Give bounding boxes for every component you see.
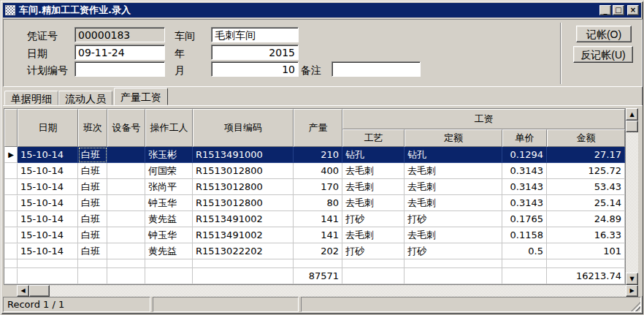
table-row[interactable]: 15-10-14白班张尚平R1513012800170去毛刺去毛刺0.31435…: [4, 179, 625, 195]
table-cell[interactable]: 去毛刺: [342, 227, 405, 243]
table-cell[interactable]: 141: [294, 211, 342, 227]
table-cell[interactable]: [107, 195, 145, 211]
table-cell[interactable]: R1513022202: [193, 243, 294, 259]
vertical-scrollbar[interactable]: ▲ ▼: [626, 108, 638, 285]
scroll-right-icon[interactable]: ▶: [626, 285, 638, 297]
maximize-button[interactable]: □: [613, 5, 624, 15]
month-input[interactable]: 10: [211, 61, 299, 77]
voucher-input[interactable]: 00000183: [74, 27, 165, 42]
table-cell[interactable]: 15-10-14: [18, 163, 78, 179]
table-cell[interactable]: 白班: [78, 243, 107, 259]
table-row[interactable]: 15-10-14白班黄先益R1513491002141打砂打砂0.176524.…: [4, 211, 625, 227]
table-row[interactable]: ▶15-10-14白班张玉彬R1513491000210钻孔钻孔0.129427…: [4, 147, 625, 163]
table-cell[interactable]: 钟玉华: [145, 195, 193, 211]
workshop-input[interactable]: 毛刺车间: [211, 27, 299, 42]
col-header-project-code[interactable]: 项目编码: [193, 109, 294, 147]
table-cell[interactable]: 钟玉华: [145, 227, 193, 243]
table-cell[interactable]: 53.43: [547, 179, 625, 195]
vertical-scroll-track[interactable]: [626, 132, 638, 273]
table-cell[interactable]: 16.33: [547, 227, 625, 243]
table-cell[interactable]: R1513491002: [193, 227, 294, 243]
table-cell[interactable]: 去毛刺: [342, 179, 405, 195]
tab-output-wage[interactable]: 产量工资: [114, 88, 168, 105]
row-indicator[interactable]: [4, 179, 18, 195]
col-header-date[interactable]: 日期: [18, 109, 78, 147]
table-cell[interactable]: [107, 211, 145, 227]
table-cell[interactable]: 125.72: [547, 163, 625, 179]
table-cell[interactable]: 钻孔: [342, 147, 405, 163]
table-row[interactable]: 15-10-14白班黄先益R1513022202202打砂打砂0.5101: [4, 243, 625, 259]
scroll-left-icon[interactable]: ◀: [17, 285, 29, 297]
table-row[interactable]: 15-10-14白班钟玉华R1513491002141去毛刺去毛刺0.11581…: [4, 227, 625, 243]
scroll-down-icon[interactable]: ▼: [626, 273, 638, 285]
table-cell[interactable]: 去毛刺: [405, 163, 502, 179]
table-cell[interactable]: 何国荣: [145, 163, 193, 179]
table-cell[interactable]: 钻孔: [405, 147, 502, 163]
empty-row[interactable]: [4, 259, 625, 268]
table-cell[interactable]: [405, 259, 502, 268]
col-header-operator[interactable]: 操作工人: [145, 109, 193, 147]
table-cell[interactable]: 白班: [78, 147, 107, 163]
table-row[interactable]: 15-10-14白班钟玉华R151301280080去毛刺去毛刺0.314325…: [4, 195, 625, 211]
title-bar[interactable]: 车间.精加工工资作业.录入 _ □ ×: [3, 3, 641, 18]
minimize-button[interactable]: _: [599, 5, 611, 15]
table-cell[interactable]: 0.3143: [502, 195, 547, 211]
table-cell[interactable]: [107, 227, 145, 243]
table-cell[interactable]: 张尚平: [145, 179, 193, 195]
close-button[interactable]: ×: [627, 5, 639, 15]
table-cell[interactable]: 15-10-14: [18, 211, 78, 227]
table-cell[interactable]: 黄先益: [145, 211, 193, 227]
table-cell[interactable]: 打砂: [342, 211, 405, 227]
current-row-pointer-icon[interactable]: ▶: [4, 147, 18, 163]
table-cell[interactable]: 15-10-14: [18, 227, 78, 243]
table-cell[interactable]: 0.5: [502, 243, 547, 259]
post-button[interactable]: 记帐(O): [576, 26, 632, 42]
table-cell[interactable]: 80: [294, 195, 342, 211]
table-cell[interactable]: 400: [294, 163, 342, 179]
table-cell[interactable]: [78, 259, 107, 268]
horizontal-scroll-track[interactable]: [50, 285, 626, 297]
col-header-quota[interactable]: 定额: [405, 129, 502, 147]
row-indicator[interactable]: [4, 243, 18, 259]
table-cell[interactable]: [502, 259, 547, 268]
col-header-equipment[interactable]: 设备号: [107, 109, 145, 147]
table-cell[interactable]: 0.1158: [502, 227, 547, 243]
tab-mobile-staff[interactable]: 流动人员: [58, 91, 112, 105]
table-cell[interactable]: 白班: [78, 195, 107, 211]
col-header-amount[interactable]: 金额: [547, 129, 625, 147]
row-indicator[interactable]: [4, 227, 18, 243]
table-cell[interactable]: [294, 259, 342, 268]
table-cell[interactable]: [107, 179, 145, 195]
year-input[interactable]: 2015: [211, 45, 299, 60]
table-cell[interactable]: [107, 163, 145, 179]
table-cell[interactable]: R1513012800: [193, 195, 294, 211]
col-header-shift[interactable]: 班次: [78, 109, 107, 147]
table-cell[interactable]: 去毛刺: [342, 195, 405, 211]
table-cell[interactable]: [18, 259, 78, 268]
table-cell[interactable]: 打砂: [405, 211, 502, 227]
table-cell[interactable]: 101: [547, 243, 625, 259]
table-cell[interactable]: 15-10-14: [18, 147, 78, 163]
date-input[interactable]: 09-11-24: [74, 45, 165, 60]
col-header-wage-group[interactable]: 工资: [342, 109, 625, 129]
table-cell[interactable]: R1513012800: [193, 163, 294, 179]
table-cell[interactable]: [107, 259, 145, 268]
col-header-process[interactable]: 工艺: [342, 129, 405, 147]
table-cell[interactable]: 0.3143: [502, 163, 547, 179]
tab-bill-detail[interactable]: 单据明细: [4, 91, 58, 105]
vertical-scroll-thumb[interactable]: [626, 121, 638, 132]
table-cell[interactable]: [547, 259, 625, 268]
table-cell[interactable]: 24.89: [547, 211, 625, 227]
table-row[interactable]: 15-10-14白班何国荣R1513012800400去毛刺去毛刺0.31431…: [4, 163, 625, 179]
table-cell[interactable]: 白班: [78, 211, 107, 227]
unpost-button[interactable]: 反记帐(U): [573, 46, 633, 63]
table-cell[interactable]: 打砂: [342, 243, 405, 259]
row-indicator[interactable]: [4, 195, 18, 211]
table-cell[interactable]: 去毛刺: [405, 195, 502, 211]
table-cell[interactable]: 0.3143: [502, 179, 547, 195]
plan-number-input[interactable]: [74, 61, 165, 77]
table-cell[interactable]: R1513012800: [193, 179, 294, 195]
table-cell[interactable]: 去毛刺: [405, 179, 502, 195]
resize-grip[interactable]: [631, 302, 640, 311]
col-header-unit-price[interactable]: 单价: [502, 129, 547, 147]
